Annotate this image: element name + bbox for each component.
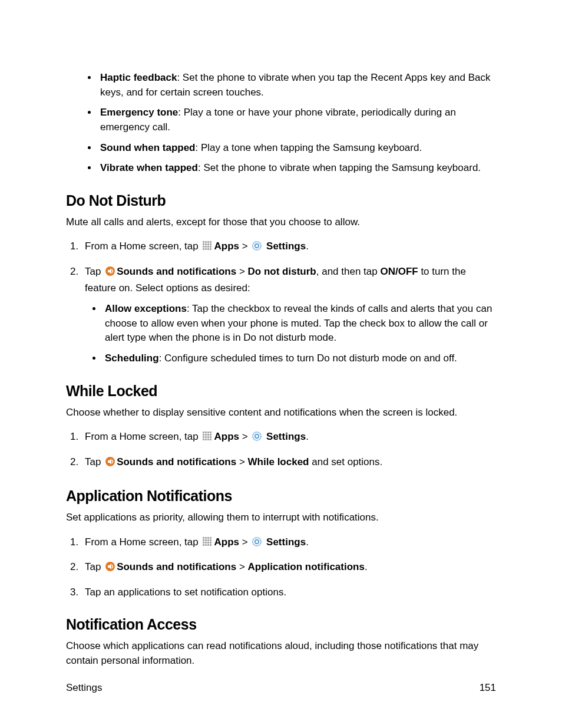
steps-do-not-disturb: From a Home screen, tap Apps > Settings.…	[66, 239, 496, 365]
svg-rect-6	[207, 243, 209, 245]
svg-rect-38	[203, 537, 204, 539]
inner-bullets: Allow exceptions: Tap the checkbox to re…	[85, 302, 496, 366]
svg-rect-14	[207, 248, 209, 250]
svg-rect-40	[207, 537, 209, 539]
svg-rect-29	[207, 436, 209, 438]
svg-rect-33	[207, 439, 209, 440]
svg-rect-7	[210, 243, 211, 245]
svg-rect-47	[205, 542, 207, 543]
term: Allow exceptions	[105, 303, 187, 314]
period: .	[306, 536, 309, 548]
text: From a Home screen, tap	[85, 241, 201, 252]
svg-rect-28	[205, 436, 207, 438]
svg-rect-51	[205, 544, 207, 546]
svg-rect-9	[205, 246, 207, 248]
apps-label: Apps	[214, 536, 239, 548]
term: Emergency tone	[100, 107, 178, 118]
svg-point-55	[255, 540, 259, 543]
svg-rect-12	[203, 248, 204, 250]
svg-rect-45	[210, 539, 211, 541]
separator: >	[236, 561, 247, 572]
step-1: From a Home screen, tap Apps > Settings.	[81, 535, 496, 552]
svg-rect-13	[205, 248, 207, 250]
svg-rect-30	[210, 436, 211, 438]
svg-rect-23	[203, 434, 204, 436]
steps-application-notifications: From a Home screen, tap Apps > Settings.…	[66, 535, 496, 600]
term: Scheduling	[105, 353, 159, 364]
svg-rect-22	[210, 431, 211, 433]
svg-rect-26	[210, 434, 211, 436]
svg-rect-31	[203, 439, 204, 440]
svg-rect-5	[205, 243, 207, 245]
step-3: Tap an applications to set notification …	[81, 585, 496, 600]
list-item: Scheduling: Configure scheduled times to…	[103, 351, 496, 366]
text: and set options.	[309, 456, 383, 467]
svg-rect-43	[205, 539, 207, 541]
svg-point-16	[253, 242, 261, 250]
apps-grid-icon	[202, 431, 213, 446]
list-item: Emergency tone: Play a tone or have your…	[98, 106, 496, 134]
intro-text: Mute all calls and alerts, except for th…	[66, 215, 496, 230]
separator: >	[239, 241, 250, 252]
text: Tap	[85, 456, 104, 467]
apps-grid-icon	[202, 536, 213, 552]
list-item: Vibrate when tapped: Set the phone to vi…	[98, 161, 496, 176]
svg-point-36	[255, 434, 259, 438]
top-bullet-list: Haptic feedback: Set the phone to vibrat…	[80, 71, 496, 176]
svg-rect-8	[203, 246, 204, 248]
svg-rect-49	[210, 542, 211, 543]
svg-point-54	[253, 538, 261, 546]
separator: >	[236, 456, 247, 467]
settings-gear-icon	[252, 241, 262, 256]
svg-rect-10	[207, 246, 209, 248]
footer-page-number: 151	[480, 682, 496, 694]
period: .	[306, 431, 309, 442]
svg-rect-32	[205, 439, 207, 440]
svg-rect-0	[203, 241, 204, 243]
svg-rect-48	[207, 542, 209, 543]
sounds-label: Sounds and notifications	[117, 266, 236, 277]
sounds-icon	[105, 561, 115, 577]
svg-rect-34	[210, 439, 211, 440]
intro-text: Choose whether to display sensitive cont…	[66, 406, 496, 420]
text: From a Home screen, tap	[85, 431, 201, 442]
svg-rect-27	[203, 436, 204, 438]
step-2: Tap Sounds and notifications > While loc…	[81, 454, 496, 472]
text: , and then tap	[316, 266, 381, 277]
step-1: From a Home screen, tap Apps > Settings.	[81, 429, 496, 446]
svg-point-35	[253, 432, 261, 440]
period: .	[365, 561, 368, 572]
intro-text: Set applications as priority, allowing t…	[66, 510, 496, 525]
settings-gear-icon	[252, 431, 262, 446]
settings-label: Settings	[263, 431, 306, 442]
separator: >	[239, 431, 250, 442]
step-2: Tap Sounds and notifications > Do not di…	[81, 264, 496, 366]
svg-rect-46	[203, 542, 204, 543]
svg-rect-19	[203, 431, 204, 433]
settings-gear-icon	[252, 536, 262, 552]
svg-rect-42	[203, 539, 204, 541]
steps-while-locked: From a Home screen, tap Apps > Settings.…	[66, 429, 496, 471]
footer-left: Settings	[66, 682, 102, 694]
heading-application-notifications: Application Notifications	[66, 487, 496, 505]
svg-rect-50	[203, 544, 204, 546]
svg-rect-39	[205, 537, 207, 539]
svg-rect-44	[207, 539, 209, 541]
separator: >	[239, 536, 250, 548]
dnd-label: Do not disturb	[248, 266, 316, 277]
svg-rect-25	[207, 434, 209, 436]
step-1: From a Home screen, tap Apps > Settings.	[81, 239, 496, 256]
term: Sound when tapped	[100, 142, 196, 153]
desc: : Play a tone when tapping the Samsung k…	[196, 142, 422, 153]
text: From a Home screen, tap	[85, 536, 201, 548]
svg-rect-15	[210, 248, 211, 250]
svg-rect-52	[207, 544, 209, 546]
sounds-label: Sounds and notifications	[117, 561, 236, 572]
desc: : Set the phone to vibrate when tapping …	[198, 162, 481, 173]
svg-rect-24	[205, 434, 207, 436]
text: Tap an applications to set notification …	[85, 587, 286, 598]
page: Haptic feedback: Set the phone to vibrat…	[0, 0, 562, 728]
step-2: Tap Sounds and notifications > Applicati…	[81, 559, 496, 577]
onoff-label: ON/OFF	[380, 266, 418, 277]
term: Haptic feedback	[100, 72, 177, 83]
